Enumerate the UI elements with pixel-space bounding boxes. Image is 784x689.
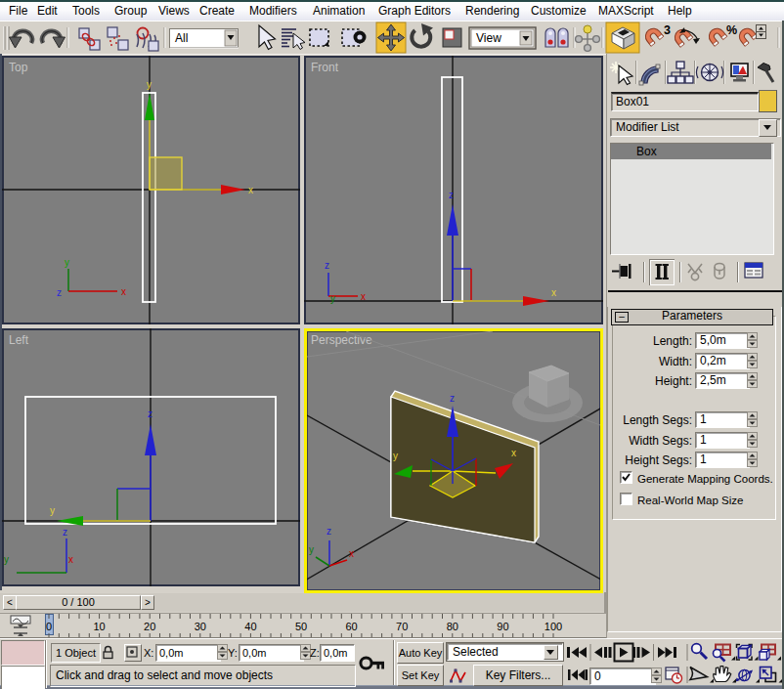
svg-text:y: y	[65, 257, 69, 268]
svg-text:All: All	[175, 31, 188, 45]
svg-text:x: x	[248, 185, 253, 195]
svg-text:y: y	[50, 505, 55, 516]
svg-text:50: 50	[295, 621, 307, 632]
svg-text:x: x	[121, 286, 126, 297]
svg-text:z: z	[450, 393, 455, 404]
svg-text:z: z	[325, 260, 329, 271]
svg-text:0: 0	[46, 621, 52, 632]
svg-text:z: z	[148, 409, 152, 419]
svg-text:x: x	[349, 548, 354, 559]
svg-text:60: 60	[345, 621, 357, 632]
svg-text:10: 10	[93, 621, 105, 632]
svg-text:y: y	[4, 554, 9, 565]
svg-text:y: y	[309, 544, 314, 555]
svg-text:40: 40	[244, 621, 256, 632]
svg-text:%: %	[726, 23, 737, 37]
svg-text:z: z	[449, 190, 454, 200]
svg-text:z: z	[57, 287, 62, 298]
svg-text:x: x	[511, 448, 516, 458]
svg-text:y: y	[330, 293, 335, 304]
svg-text:View: View	[476, 31, 501, 45]
svg-text:x: x	[551, 287, 556, 298]
svg-text:z: z	[63, 527, 67, 538]
svg-text:y: y	[147, 79, 152, 90]
svg-text:x: x	[68, 554, 73, 565]
svg-text:70: 70	[396, 621, 408, 632]
svg-text:20: 20	[144, 621, 155, 632]
svg-text:y: y	[393, 451, 398, 461]
svg-text:3: 3	[664, 23, 671, 37]
svg-text:x: x	[361, 291, 366, 302]
svg-text:30: 30	[195, 621, 206, 632]
svg-text:80: 80	[447, 621, 458, 632]
svg-text:100: 100	[544, 621, 562, 632]
svg-text:z: z	[327, 526, 331, 537]
svg-text:90: 90	[497, 621, 508, 632]
